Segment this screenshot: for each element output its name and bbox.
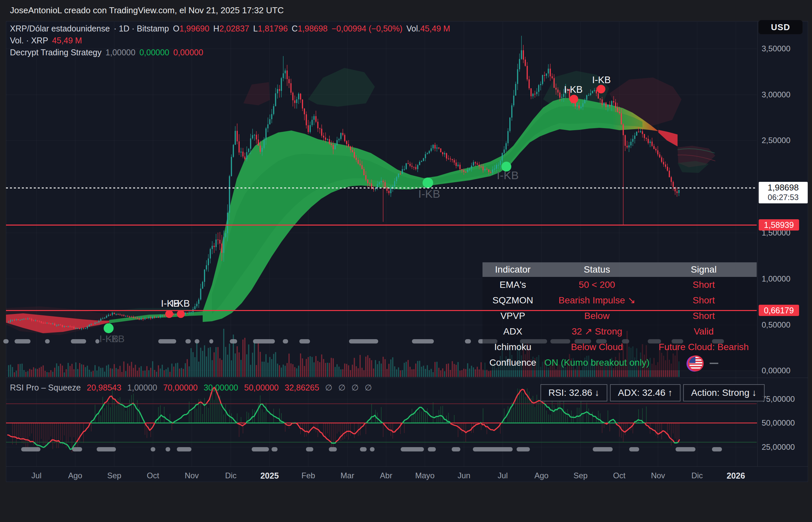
rsi-legend-value: ∅ xyxy=(365,383,372,393)
indicator-status: ON (Kumo breakout only) xyxy=(543,355,651,370)
indicator-table-row: ADX32 ↗ StrongValid xyxy=(483,324,757,339)
squeeze-marker xyxy=(473,447,513,451)
squeeze-marker xyxy=(253,339,275,343)
price-axis-label[interactable]: 0,00000 xyxy=(762,366,790,375)
time-axis-label[interactable]: Ago xyxy=(534,471,549,480)
indicator-status: 50 < 200 xyxy=(543,277,651,293)
time-axis-label[interactable]: Nov xyxy=(185,471,199,480)
indicator-table-row: EMA's50 < 200Short xyxy=(483,277,757,293)
time-axis-label[interactable]: Abr xyxy=(380,471,392,480)
indicator-name: Ichimoku xyxy=(483,339,543,355)
rsi-indicator-legend[interactable]: RSI Pro – Squeeze 20,985431,0000070,0000… xyxy=(10,383,372,393)
squeeze-marker xyxy=(21,447,40,451)
price-axis-label[interactable]: 3,50000 xyxy=(762,44,790,53)
time-axis-label[interactable]: Mar xyxy=(341,471,354,480)
time-axis-label[interactable]: 2025 xyxy=(260,471,279,481)
squeeze-marker xyxy=(329,447,337,451)
rsi-legend-value: 70,00000 xyxy=(163,383,198,393)
strategy-label[interactable]: Decrypt Trading Strategy xyxy=(10,48,102,57)
squeeze-marker xyxy=(71,339,86,343)
time-axis-label[interactable]: Jul xyxy=(498,471,508,480)
rsi-legend-value: ∅ xyxy=(351,383,359,393)
time-axis-label[interactable]: Dic xyxy=(225,471,237,480)
signal-dot-red xyxy=(597,85,605,94)
current-price-value: 1,98698 xyxy=(759,182,808,193)
rsi-axis-label[interactable]: 75,00000 xyxy=(762,395,795,404)
time-axis-label[interactable]: Oct xyxy=(147,471,159,480)
time-axis-label[interactable]: Oct xyxy=(613,471,625,480)
squeeze-marker xyxy=(3,339,8,343)
high-label: H xyxy=(213,24,219,33)
rsi-legend-title[interactable]: RSI Pro – Squeeze xyxy=(10,383,81,393)
symbol-title[interactable]: XRP/Dólar estadounidense xyxy=(10,24,110,34)
time-axis-label[interactable]: Ago xyxy=(68,471,82,480)
squeeze-marker xyxy=(593,447,613,451)
signal-dot-red xyxy=(177,310,185,318)
legend-line-1[interactable]: XRP/Dólar estadounidense · 1D · Bitstamp… xyxy=(10,24,450,34)
indicator-name: ADX xyxy=(483,324,543,339)
indicator-signal xyxy=(651,355,757,370)
rsi-status-badges: RSI: 32.86 ↓ADX: 32.46 ↑Action: Strong ↓ xyxy=(541,384,765,401)
open-label: O xyxy=(173,24,179,33)
squeeze-marker xyxy=(177,447,191,451)
symbol-meta[interactable]: · 1D · Bitstamp xyxy=(114,24,169,34)
rsi-legend-value: 50,00000 xyxy=(244,383,279,393)
squeeze-marker xyxy=(401,447,424,451)
time-axis-label[interactable]: Nov xyxy=(651,471,665,480)
squeeze-marker xyxy=(185,339,191,343)
price-axis-label[interactable]: 3,00000 xyxy=(762,90,790,99)
time-axis-label[interactable]: Sep xyxy=(107,471,122,480)
volume-value: 45,49 M xyxy=(420,24,450,33)
indicator-status: Bearish Impulse ↘ xyxy=(543,293,651,308)
price-level-line-upper[interactable] xyxy=(6,225,757,225)
rsi-legend-value: 32,86265 xyxy=(285,383,319,393)
price-axis-label[interactable]: 1,00000 xyxy=(762,274,790,283)
indicator-signal: Valid xyxy=(651,324,757,339)
close-label: C xyxy=(292,24,298,33)
squeeze-marker xyxy=(412,339,434,343)
squeeze-marker xyxy=(428,447,436,451)
price-axis-label[interactable]: 2,50000 xyxy=(762,136,790,145)
squeeze-marker xyxy=(271,447,278,451)
level-price-label: 1,58939 xyxy=(759,219,799,230)
squeeze-marker xyxy=(166,447,170,451)
squeeze-marker xyxy=(465,339,471,343)
signal-dot-red xyxy=(570,95,578,103)
price-level-line-lower[interactable] xyxy=(6,310,757,311)
indicator-status: 32 ↗ Strong xyxy=(543,324,651,339)
ikb-signal-label: I-KB xyxy=(497,169,519,182)
time-axis-label[interactable]: Sep xyxy=(573,471,588,480)
squeeze-marker xyxy=(360,447,367,451)
squeeze-marker xyxy=(151,447,155,451)
squeeze-marker xyxy=(158,339,176,343)
time-axis-label[interactable]: Jun xyxy=(458,471,471,480)
legend-line-volume[interactable]: Vol. · XRP 45,49 M xyxy=(10,36,450,45)
squeeze-marker xyxy=(209,339,213,343)
rsi-legend-value: ∅ xyxy=(339,383,346,393)
price-axis-label[interactable]: 0,50000 xyxy=(762,320,790,329)
rsi-axis-label[interactable]: 25,00000 xyxy=(762,442,795,452)
rsi-axis-label[interactable]: 50,00000 xyxy=(762,418,795,428)
squeeze-marker xyxy=(370,447,374,451)
time-axis-label[interactable]: 2026 xyxy=(727,471,745,481)
legend-line-strategy[interactable]: Decrypt Trading Strategy 1,00000 0,00000… xyxy=(10,48,450,57)
time-axis-label[interactable]: Dic xyxy=(691,471,703,480)
squeeze-marker xyxy=(306,447,313,451)
rsi-status-badge: ADX: 32.46 ↑ xyxy=(610,384,681,401)
indicator-signal: Future Cloud: Bearish xyxy=(651,339,757,355)
vol-indicator-value: 45,49 M xyxy=(52,36,82,45)
price-chart[interactable] xyxy=(0,0,812,522)
time-axis-label[interactable]: Jul xyxy=(32,471,42,480)
time-axis-label[interactable]: Mayo xyxy=(415,471,435,480)
time-axis-label[interactable]: Feb xyxy=(301,471,315,480)
indicator-name: SQZMON xyxy=(483,293,543,308)
squeeze-marker xyxy=(95,339,99,343)
open-value: 1,99690 xyxy=(180,24,209,33)
vol-indicator-label[interactable]: Vol. · XRP xyxy=(10,36,48,45)
dash-icon xyxy=(710,363,718,364)
currency-toggle-button[interactable]: USD xyxy=(758,20,803,35)
ikb-signal-label: I-KB xyxy=(105,333,124,344)
pane-separator[interactable] xyxy=(6,378,808,378)
indicator-status: Below Cloud xyxy=(543,339,651,355)
volume-label: Vol. xyxy=(406,24,420,33)
